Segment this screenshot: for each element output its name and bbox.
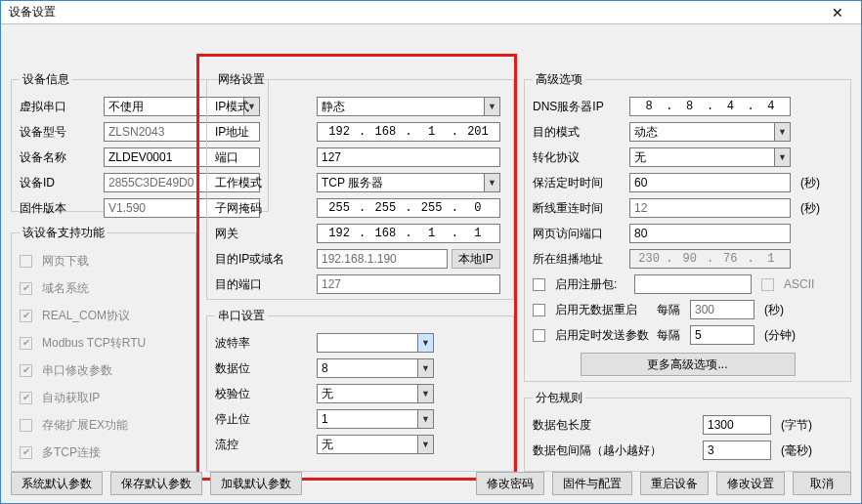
- nodata-field: [690, 300, 754, 319]
- trans-label: 转化协议: [533, 149, 625, 166]
- ascii-check: [761, 278, 774, 291]
- nodata-interval-label: 每隔: [657, 302, 686, 318]
- pkt-gap-label: 数据包间隔（越小越好）: [533, 442, 699, 459]
- web-port-field[interactable]: [629, 224, 791, 243]
- virtual-com-label: 虚拟串口: [20, 99, 100, 115]
- client-area: 设备信息 虚拟串口 ▼ 设备型号 设备名称 设备ID 固件版本 该设备支持功能 …: [1, 24, 861, 503]
- reg-pkt-field: [634, 274, 752, 294]
- reconnect-unit: (秒): [800, 200, 820, 217]
- dest-port-field: [317, 274, 500, 294]
- reconnect-label: 断线重连时间: [533, 200, 625, 217]
- apply-button[interactable]: 修改设置: [716, 472, 785, 495]
- web-port-label: 网页访问端口: [533, 226, 625, 242]
- flow-select[interactable]: [317, 435, 434, 454]
- feature-check: ✔: [20, 337, 32, 350]
- feature-check: ✔: [20, 392, 32, 404]
- dest-mode-label: 目的模式: [533, 124, 625, 141]
- baud-select[interactable]: [317, 333, 434, 353]
- nodata-check[interactable]: [533, 304, 545, 316]
- feature-label: 网页下载: [42, 253, 89, 270]
- reg-pkt-label: 启用注册包:: [555, 276, 630, 293]
- work-mode-select[interactable]: [317, 173, 500, 192]
- reboot-button[interactable]: 重启设备: [640, 472, 709, 495]
- nodata-unit: (秒): [764, 302, 784, 318]
- close-icon[interactable]: ✕: [818, 1, 857, 24]
- network-legend: 网络设置: [215, 71, 268, 88]
- id-label: 设备ID: [20, 175, 100, 191]
- reg-pkt-check[interactable]: [533, 278, 545, 291]
- dest-ip-field: [317, 249, 448, 269]
- feature-check: ✔: [20, 310, 32, 322]
- ip-mode-select[interactable]: [317, 97, 500, 116]
- reconnect-field: [629, 198, 791, 218]
- packet-group: 分包规则 数据包长度 (字节) 数据包间隔（越小越好） (毫秒): [524, 390, 851, 472]
- pkt-gap-field[interactable]: [703, 441, 771, 460]
- name-label: 设备名称: [20, 149, 100, 166]
- timed-field[interactable]: [690, 325, 754, 345]
- feature-check: ✔: [20, 282, 32, 295]
- feature-item: ✔Modbus TCP转RTU: [20, 329, 188, 357]
- flow-label: 流控: [215, 437, 313, 453]
- ip-addr-field[interactable]: 192. 168. 1. 201: [317, 122, 500, 142]
- feature-label: 串口修改参数: [42, 362, 112, 379]
- features-group: 该设备支持功能 网页下载✔域名系统✔REAL_COM协议✔Modbus TCP转…: [11, 225, 196, 472]
- serial-group: 串口设置 波特率 ▼ 数据位 ▼ 校验位 ▼ 停止位: [206, 308, 514, 472]
- device-info-legend: 设备信息: [20, 71, 72, 88]
- dns-field[interactable]: 8. 8. 4. 4: [629, 97, 791, 116]
- load-default-button[interactable]: 加载默认参数: [210, 472, 302, 495]
- ip-addr-label: IP地址: [215, 124, 313, 141]
- serial-legend: 串口设置: [215, 308, 268, 324]
- timed-label: 启用定时发送参数: [555, 327, 653, 344]
- dest-ip-label: 目的IP或域名: [215, 251, 313, 268]
- feature-label: 域名系统: [42, 280, 89, 297]
- baud-label: 波特率: [215, 335, 313, 352]
- keepalive-field[interactable]: [629, 173, 791, 192]
- features-legend: 该设备支持功能: [20, 225, 108, 241]
- feature-check: [20, 419, 32, 432]
- feature-label: 自动获取IP: [42, 390, 100, 406]
- trans-select[interactable]: [629, 147, 791, 167]
- feature-label: REAL_COM协议: [42, 308, 130, 324]
- pkt-gap-unit: (毫秒): [781, 442, 812, 459]
- work-mode-label: 工作模式: [215, 175, 313, 191]
- timed-check[interactable]: [533, 329, 545, 342]
- feature-check: [20, 255, 32, 268]
- sys-default-button[interactable]: 系统默认参数: [11, 472, 103, 495]
- local-ip-button[interactable]: 本地IP: [452, 249, 500, 269]
- feature-item: ✔域名系统: [20, 274, 188, 302]
- data-bits-label: 数据位: [215, 360, 313, 377]
- keepalive-unit: (秒): [800, 175, 820, 191]
- footer-buttons: 系统默认参数 保存默认参数 加载默认参数 修改密码 固件与配置 重启设备 修改设…: [11, 472, 851, 495]
- advanced-group: 高级选项 DNS服务器IP 8. 8. 4. 4 目的模式 ▼ 转化协议 ▼: [524, 71, 851, 382]
- change-pw-button[interactable]: 修改密码: [476, 472, 544, 495]
- feature-item: ✔REAL_COM协议: [20, 302, 188, 329]
- more-advanced-button[interactable]: 更多高级选项...: [581, 353, 796, 376]
- data-bits-select[interactable]: [317, 358, 434, 378]
- fw-label: 固件版本: [20, 200, 100, 217]
- dns-label: DNS服务器IP: [533, 99, 625, 115]
- model-label: 设备型号: [20, 124, 100, 141]
- feature-label: 存储扩展EX功能: [42, 417, 128, 434]
- parity-select[interactable]: [317, 384, 434, 403]
- feature-item: 存储扩展EX功能: [20, 411, 188, 439]
- mask-label: 子网掩码: [215, 200, 313, 217]
- pkt-len-field[interactable]: [703, 415, 771, 435]
- save-default-button[interactable]: 保存默认参数: [110, 472, 202, 495]
- packet-legend: 分包规则: [533, 390, 585, 406]
- mask-field[interactable]: 255. 255. 255. 0: [317, 198, 500, 218]
- ip-mode-label: IP模式: [215, 99, 313, 115]
- dest-mode-select[interactable]: [629, 122, 791, 142]
- gw-field[interactable]: 192. 168. 1. 1: [317, 224, 500, 243]
- stop-bits-label: 停止位: [215, 411, 313, 428]
- fw-config-button[interactable]: 固件与配置: [552, 472, 632, 495]
- feature-item: ✔串口修改参数: [20, 357, 188, 384]
- timed-unit: (分钟): [764, 327, 796, 344]
- parity-label: 校验位: [215, 386, 313, 402]
- port-field[interactable]: [317, 147, 500, 167]
- feature-check: ✔: [20, 446, 32, 459]
- cancel-button[interactable]: 取消: [793, 472, 851, 495]
- stop-bits-select[interactable]: [317, 409, 434, 429]
- port-label: 端口: [215, 149, 313, 166]
- mcast-label: 所在组播地址: [533, 251, 625, 268]
- window-title: 设备设置: [5, 4, 818, 21]
